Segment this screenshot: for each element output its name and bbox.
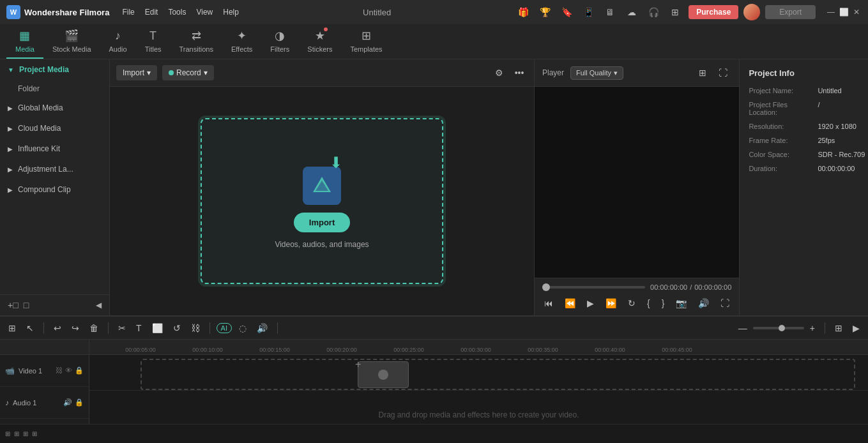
- timeline-ruler[interactable]: 00:00:05:00 00:00:10:00 00:00:15:00 00:0…: [89, 340, 868, 355]
- bookmark-icon[interactable]: 🔖: [558, 4, 575, 20]
- monitor-icon[interactable]: 🖥: [602, 4, 618, 20]
- tl-select-button[interactable]: ↖: [23, 321, 37, 335]
- step-forward-button[interactable]: ⏩: [604, 296, 618, 310]
- sidebar-item-compound-clip[interactable]: ▶ Compound Clip: [0, 179, 109, 200]
- play-button[interactable]: ▶: [585, 296, 596, 310]
- tl-zoom-thumb[interactable]: [779, 325, 785, 331]
- volume-button[interactable]: 🔊: [696, 296, 711, 310]
- tl-zoom-out-button[interactable]: —: [735, 321, 750, 335]
- fullscreen-icon[interactable]: ⛶: [715, 64, 731, 81]
- time-display: 00:00:00:00 / 00:00:00:00: [650, 283, 731, 291]
- tl-audio-button[interactable]: 🔊: [254, 321, 271, 335]
- player-quality-select[interactable]: Full Quality ▾: [570, 66, 623, 80]
- tl-delete-button[interactable]: 🗑: [86, 321, 102, 335]
- tab-templates[interactable]: ⊞ Templates: [341, 24, 391, 59]
- headphone-icon[interactable]: 🎧: [645, 4, 662, 20]
- sidebar-folder-label: Folder: [18, 84, 40, 93]
- upload-icon[interactable]: ☁: [623, 4, 640, 20]
- drop-zone[interactable]: ⬇ Import Videos, audios, and images: [201, 118, 443, 284]
- rewind-button[interactable]: ⏮: [542, 296, 555, 310]
- timeline-add-track: ⊞ ⊞ ⊞ ⊞: [0, 424, 868, 443]
- tl-rotate-button[interactable]: ↺: [170, 321, 184, 335]
- tab-stock-media[interactable]: 🎬 Stock Media: [43, 24, 100, 59]
- video-drop-area[interactable]: +: [141, 359, 855, 390]
- menu-edit[interactable]: Edit: [145, 8, 158, 17]
- tl-zoom-track[interactable]: [753, 327, 804, 329]
- filter-settings-icon[interactable]: ⚙: [491, 64, 507, 81]
- record-button[interactable]: Record ▾: [162, 65, 214, 80]
- track-audio-mute-icon[interactable]: 🔊: [63, 398, 72, 407]
- menu-view[interactable]: View: [196, 8, 213, 17]
- more-options-icon[interactable]: •••: [511, 64, 528, 81]
- tab-titles[interactable]: T Titles: [136, 24, 171, 59]
- tab-stickers[interactable]: ★ Stickers: [298, 24, 341, 59]
- mark-out-button[interactable]: }: [660, 296, 667, 310]
- tl-redo-button[interactable]: ↪: [68, 321, 82, 335]
- track-audio-lock-icon[interactable]: 🔒: [75, 398, 84, 407]
- step-back-button[interactable]: ⏪: [563, 296, 577, 310]
- tl-ai-button[interactable]: AI: [217, 323, 232, 333]
- mark-in-button[interactable]: {: [645, 296, 652, 310]
- tab-media[interactable]: ▦ Media: [6, 24, 43, 59]
- tl-zoom-in-button[interactable]: +: [807, 321, 818, 335]
- tab-transitions[interactable]: ⇄ Transitions: [171, 24, 222, 59]
- tl-undo-button[interactable]: ↩: [50, 321, 65, 335]
- minimize-button[interactable]: —: [826, 7, 836, 17]
- loop-button[interactable]: ↻: [626, 296, 637, 310]
- drop-import-button[interactable]: Import: [294, 213, 350, 232]
- tl-link-button[interactable]: ⛓: [188, 321, 203, 335]
- media-toolbar: Import ▾ Record ▾ ⚙ •••: [110, 59, 534, 87]
- audio-tab-icon: ♪: [115, 29, 121, 43]
- sidebar-item-adjustment[interactable]: ▶ Adjustment La...: [0, 159, 109, 179]
- timeline-track-labels: 📹 Video 1 ⛓ 👁 🔒 ♪ Audio 1 🔊 🔒: [0, 340, 89, 424]
- export-button[interactable]: Export: [765, 5, 816, 19]
- add-audio-track-button[interactable]: ⊞: [14, 430, 19, 437]
- tl-text-button[interactable]: T: [133, 321, 145, 335]
- sidebar-item-influence-kit[interactable]: ▶ Influence Kit: [0, 139, 109, 159]
- maximize-button[interactable]: ⬜: [839, 7, 849, 17]
- track-name-audio1: Audio 1: [13, 399, 36, 407]
- tl-more-button[interactable]: ▶: [849, 321, 863, 335]
- add-track-button-3[interactable]: ⊞: [23, 430, 28, 437]
- tl-mask-button[interactable]: ◌: [236, 321, 250, 335]
- info-value-duration: 00:00:00:00: [818, 165, 855, 172]
- sidebar-item-cloud-media[interactable]: ▶ Cloud Media: [0, 118, 109, 139]
- tl-crop-button[interactable]: ⬜: [149, 321, 166, 335]
- tab-effects[interactable]: ✦ Effects: [222, 24, 261, 59]
- sidebar-item-global-media[interactable]: ▶ Global Media: [0, 98, 109, 118]
- menu-help[interactable]: Help: [223, 8, 239, 17]
- purchase-button[interactable]: Purchase: [689, 5, 738, 19]
- screen-icon[interactable]: 📱: [580, 4, 597, 20]
- user-avatar[interactable]: [743, 4, 760, 20]
- record-chevron-icon: ▾: [204, 68, 208, 77]
- track-eye-icon[interactable]: 👁: [65, 366, 72, 375]
- folder-icon[interactable]: □: [24, 300, 29, 310]
- info-label-colorspace: Color Space:: [749, 151, 812, 158]
- camera-button[interactable]: 📷: [674, 296, 689, 310]
- tl-separator-4: [277, 322, 278, 334]
- track-link-icon[interactable]: ⛓: [56, 366, 63, 375]
- sidebar-item-folder[interactable]: Folder: [0, 80, 109, 98]
- menu-file[interactable]: File: [122, 8, 134, 17]
- tab-audio[interactable]: ♪ Audio: [100, 24, 136, 59]
- tl-cut-button[interactable]: ✂: [115, 321, 129, 335]
- tl-grid-button[interactable]: ⊞: [5, 321, 19, 335]
- add-track-button-4[interactable]: ⊞: [32, 430, 37, 437]
- gift-icon[interactable]: 🎁: [515, 4, 531, 20]
- sidebar-collapse-icon[interactable]: ◀: [96, 301, 102, 310]
- tl-layout-button[interactable]: ⊞: [832, 321, 846, 335]
- add-video-track-button[interactable]: ⊞: [5, 430, 10, 437]
- track-lock-icon[interactable]: 🔒: [75, 366, 84, 375]
- menu-tools[interactable]: Tools: [168, 8, 186, 17]
- split-view-icon[interactable]: ⊞: [694, 64, 711, 81]
- import-button[interactable]: Import ▾: [116, 65, 157, 80]
- add-folder-icon[interactable]: +□: [8, 300, 19, 310]
- progress-thumb[interactable]: [542, 283, 550, 291]
- score-icon[interactable]: 🏆: [537, 4, 553, 20]
- tab-filters[interactable]: ◑ Filters: [261, 24, 298, 59]
- sidebar-item-project-media[interactable]: ▼ Project Media: [0, 59, 109, 80]
- fullscreen-player-button[interactable]: ⛶: [719, 296, 731, 310]
- close-button[interactable]: ✕: [851, 7, 862, 17]
- progress-track[interactable]: [542, 286, 645, 289]
- grid-icon[interactable]: ⊞: [667, 4, 683, 20]
